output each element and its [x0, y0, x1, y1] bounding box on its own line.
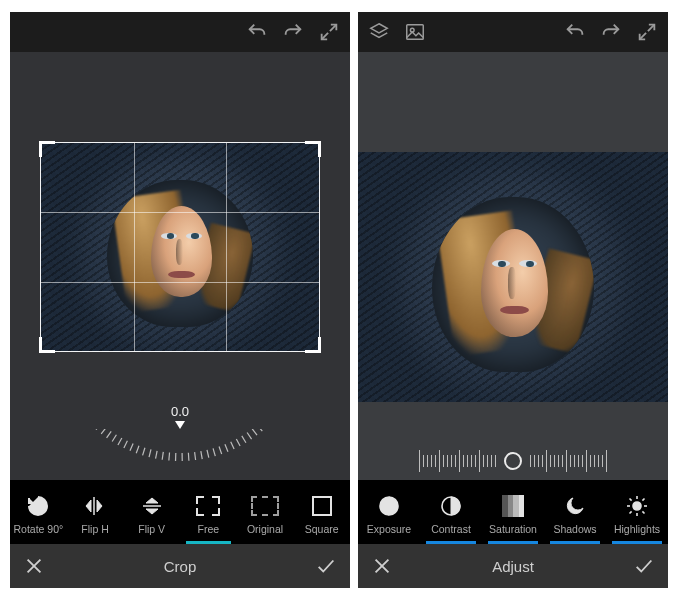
crop-frame[interactable]	[40, 142, 320, 352]
confirm-button[interactable]	[620, 555, 668, 577]
dial-pointer-icon	[175, 421, 185, 429]
contrast-button[interactable]: Contrast	[420, 480, 482, 544]
dial-ticks[interactable]	[60, 429, 300, 473]
svg-line-46	[630, 499, 632, 501]
slider-tick	[439, 450, 440, 472]
moon-icon	[563, 493, 587, 519]
crop-tool-row: Rotate 90° Flip H Flip V	[10, 480, 350, 544]
slider-tick	[443, 455, 444, 467]
slider-tick	[542, 455, 543, 467]
flip-v-icon	[140, 493, 164, 519]
cancel-button[interactable]	[358, 555, 406, 577]
expand-icon[interactable]	[316, 19, 342, 45]
flip-v-button[interactable]: Flip V	[123, 480, 180, 544]
crop-free-button[interactable]: Free	[180, 480, 237, 544]
image-icon[interactable]	[402, 19, 428, 45]
svg-line-20	[169, 453, 170, 461]
flip-h-button[interactable]: Flip H	[67, 480, 124, 544]
slider-tick	[475, 455, 476, 467]
svg-line-9	[236, 439, 240, 446]
tool-label: Flip H	[81, 523, 108, 535]
slider-tick	[435, 455, 436, 467]
exposure-button[interactable]: Exposure	[358, 480, 420, 544]
expand-icon[interactable]	[634, 19, 660, 45]
contrast-icon	[439, 493, 463, 519]
highlights-button[interactable]: Highlights	[606, 480, 668, 544]
crop-original-button[interactable]: Original	[237, 480, 294, 544]
slider-tick	[534, 455, 535, 467]
slider-tick	[431, 455, 432, 467]
rotation-value: 0.0	[171, 404, 189, 419]
svg-line-32	[96, 429, 101, 430]
tool-label: Contrast	[431, 523, 471, 535]
slider-tick	[487, 455, 488, 467]
svg-line-47	[642, 511, 644, 513]
slider-tick	[562, 455, 563, 467]
crop-screen: 0.0 Rotate 90°	[10, 12, 350, 588]
square-ratio-icon	[312, 493, 332, 519]
layers-icon[interactable]	[366, 19, 392, 45]
free-crop-icon	[196, 493, 220, 519]
slider-thumb[interactable]	[504, 452, 522, 470]
crop-square-button[interactable]: Square	[293, 480, 350, 544]
svg-line-14	[207, 450, 209, 458]
slider-tick	[554, 455, 555, 467]
undo-icon[interactable]	[562, 19, 588, 45]
svg-line-49	[642, 499, 644, 501]
tool-label: Highlights	[614, 523, 660, 535]
sun-icon	[625, 493, 649, 519]
rotation-dial[interactable]: 0.0	[60, 404, 300, 474]
slider-tick	[546, 450, 547, 472]
crop-handle-tr[interactable]	[305, 141, 321, 157]
svg-rect-37	[407, 25, 424, 40]
rotate-icon	[26, 493, 50, 519]
top-toolbar	[10, 12, 350, 52]
slider-tick	[602, 455, 603, 467]
cancel-button[interactable]	[10, 555, 58, 577]
redo-icon[interactable]	[280, 19, 306, 45]
slider-tick	[419, 450, 420, 472]
adjust-tool-row: Exposure Contrast Saturation	[358, 480, 668, 544]
slider-tick	[427, 455, 428, 467]
slider-tick	[455, 455, 456, 467]
adjust-slider[interactable]	[358, 450, 668, 472]
svg-line-12	[219, 446, 222, 454]
aperture-icon	[377, 493, 401, 519]
crop-handle-tl[interactable]	[39, 141, 55, 157]
svg-line-29	[112, 435, 116, 442]
undo-icon[interactable]	[244, 19, 270, 45]
slider-tick	[538, 455, 539, 467]
redo-icon[interactable]	[598, 19, 624, 45]
slider-tick	[586, 450, 587, 472]
slider-tick	[582, 455, 583, 467]
slider-tick	[590, 455, 591, 467]
slider-tick	[459, 450, 460, 472]
slider-tick	[570, 455, 571, 467]
slider-tick	[606, 450, 607, 472]
svg-line-15	[201, 451, 202, 459]
tool-label: Free	[198, 523, 220, 535]
svg-line-11	[225, 444, 228, 451]
adjust-canvas[interactable]	[358, 52, 668, 480]
slider-tick	[495, 455, 496, 467]
slider-tick	[578, 455, 579, 467]
saturation-button[interactable]: Saturation	[482, 480, 544, 544]
tool-label: Rotate 90°	[13, 523, 63, 535]
adjust-screen: Exposure Contrast Saturation	[358, 12, 668, 588]
crop-handle-br[interactable]	[305, 337, 321, 353]
slider-tick	[598, 455, 599, 467]
mode-title: Crop	[58, 558, 302, 575]
slider-tick	[463, 455, 464, 467]
svg-line-16	[195, 452, 196, 460]
svg-line-5	[257, 429, 262, 431]
slider-tick	[558, 455, 559, 467]
rotate-90-button[interactable]: Rotate 90°	[10, 480, 67, 544]
slider-tick	[574, 455, 575, 467]
slider-tick	[479, 450, 480, 472]
crop-canvas[interactable]: 0.0	[10, 52, 350, 480]
confirm-button[interactable]	[302, 555, 350, 577]
svg-line-7	[247, 432, 251, 439]
tool-label: Flip V	[138, 523, 165, 535]
shadows-button[interactable]: Shadows	[544, 480, 606, 544]
crop-handle-bl[interactable]	[39, 337, 55, 353]
